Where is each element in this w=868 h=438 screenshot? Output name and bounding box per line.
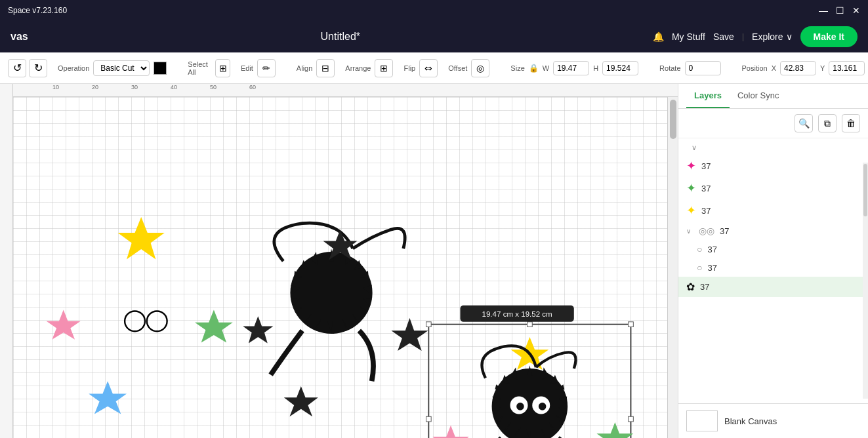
color-swatch[interactable] [154,62,167,75]
layer-label-6: 37 [707,263,716,273]
position-y-label: Y [820,64,825,72]
size-w-input[interactable] [553,61,589,75]
delete-button[interactable]: 🗑 [842,114,860,132]
minimize-button[interactable]: — [819,5,828,16]
make-it-button[interactable]: Make It [800,26,858,47]
edit-group: Edit ✏ [241,59,276,77]
layer-label-3: 37 [701,206,711,216]
panel-actions: 🔍 ⧉ 🗑 [678,109,868,138]
panel-scrollbar[interactable] [863,163,868,399]
green-star-left [195,310,233,343]
rotate-input[interactable] [685,61,721,75]
app-logo: vas [10,31,28,43]
svg-rect-19 [426,322,431,327]
arrange-label: Arrange [345,64,371,72]
offset-button[interactable]: ◎ [471,59,489,77]
select-all-label: Select All [188,60,211,76]
svg-text:19.47  cm x 19.52  cm: 19.47 cm x 19.52 cm [482,310,552,318]
tab-layers[interactable]: Layers [686,84,730,108]
undo-redo-group: ↺ ↻ [8,59,47,77]
position-y-input[interactable] [829,61,865,75]
scrollbar-thumb[interactable] [670,100,676,139]
panel-scrollbar-thumb[interactable] [863,164,867,216]
offset-group: Offset ◎ [448,59,489,77]
black-star-1 [243,316,273,343]
tab-color-sync[interactable]: Color Sync [730,84,787,108]
undo-button[interactable]: ↺ [8,59,26,77]
circle-eye-right [147,311,167,331]
app-header: vas Untitled* 🔔 My Stuff Save | Explore … [0,21,868,52]
circle-eye-left [125,311,145,331]
layer-item-eye-2[interactable]: ○ 37 [678,258,868,277]
arrange-button[interactable]: ⊞ [375,59,393,77]
explore-button[interactable]: Explore ∨ [752,31,792,42]
yellow-star [118,217,165,260]
svg-marker-54 [596,422,633,438]
position-x-label: X [772,64,776,72]
position-group: Position X Y [742,61,865,75]
layers-collapsed-indicator: ∨ [678,141,868,155]
pink-star [47,310,81,340]
flip-button[interactable]: ⇔ [419,59,438,77]
layer-label-5: 37 [707,245,716,254]
layer-icon-eye-1: ○ [697,244,702,254]
size-h-input[interactable] [602,61,638,75]
align-group: Align ⊟ [297,59,335,77]
search-button[interactable]: 🔍 [795,114,813,132]
window-controls: — ☐ ✕ [819,5,860,16]
my-stuff-button[interactable]: My Stuff [672,31,705,42]
canvas-area[interactable]: 10 20 30 40 50 60 [0,84,678,438]
position-x-input[interactable] [780,61,816,75]
maximize-button[interactable]: ☐ [836,5,844,16]
bell-button[interactable]: 🔔 [653,31,664,42]
fuzzy-creature-right [432,337,633,438]
edit-button[interactable]: ✏ [257,59,276,77]
layer-icon-eyes: ◎◎ [699,226,714,236]
panel-tabs: Layers Color Sync [678,84,868,109]
close-button[interactable]: ✕ [852,5,860,16]
size-group: Size 🔒 W H [510,61,638,75]
select-all-button[interactable]: ⊞ [215,59,230,77]
layer-icon-fuzzy: ✿ [686,281,695,293]
svg-rect-23 [629,416,634,422]
svg-marker-53 [432,426,469,438]
align-button[interactable]: ⊟ [316,59,335,77]
blank-canvas-thumbnail [686,410,718,431]
layer-item-eye-1[interactable]: ○ 37 [678,240,868,258]
svg-rect-20 [527,322,533,327]
operation-select[interactable]: Basic Cut [93,60,150,76]
header-left: vas [10,31,28,43]
layer-label-4: 37 [720,226,729,236]
black-star-2 [392,318,428,351]
offset-label: Offset [448,64,467,72]
layer-label-1: 37 [701,161,711,171]
layer-icon-pink: ✦ [686,159,696,173]
svg-point-52 [539,403,547,410]
layer-label-2: 37 [701,184,711,193]
separator: | [742,32,744,41]
layer-item-pink[interactable]: ✦ 37 [678,155,868,177]
grid-canvas[interactable]: 19.47 cm x 19.52 cm [13,97,667,438]
layer-item-yellow[interactable]: ✦ 37 [678,199,868,222]
layer-item-green[interactable]: ✦ 37 [678,177,868,199]
size-label: Size [510,64,524,72]
layer-item-eyes-group[interactable]: ∨ ◎◎ 37 [678,222,868,240]
position-label: Position [742,64,768,72]
duplicate-button[interactable]: ⧉ [818,114,837,132]
operation-group: Operation Basic Cut [58,60,167,76]
scrollbar-vertical[interactable] [667,97,678,438]
black-star-3 [284,386,318,416]
size-h-label: H [593,64,598,72]
right-panel: Layers Color Sync 🔍 ⧉ 🗑 ∨ ✦ 37 ✦ 37 ✦ [678,84,868,438]
redo-button[interactable]: ↻ [29,59,47,77]
save-button[interactable]: Save [713,31,734,42]
svg-point-51 [516,403,524,410]
arrange-group: Arrange ⊞ [345,59,393,77]
operation-label: Operation [58,64,89,72]
document-title: Untitled* [321,31,360,42]
layer-item-fuzzy[interactable]: ✿ 37 [678,277,868,297]
header-right: 🔔 My Stuff Save | Explore ∨ Make It [653,26,858,47]
flip-group: Flip ⇔ [403,59,438,77]
layers-list: ∨ ✦ 37 ✦ 37 ✦ 37 ∨ ◎◎ 37 [678,138,868,403]
main-layout: 10 20 30 40 50 60 [0,84,868,438]
